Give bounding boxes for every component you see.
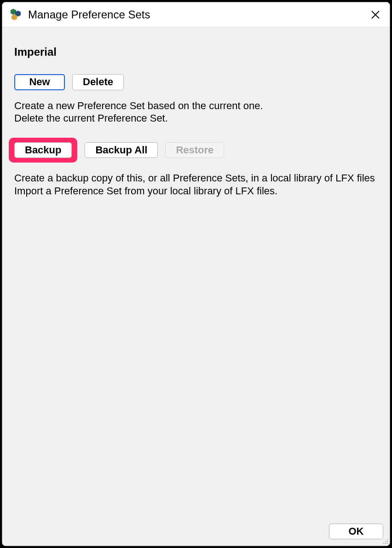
svg-point-7: [387, 541, 388, 542]
delete-button[interactable]: Delete: [72, 74, 124, 90]
resize-grip[interactable]: [381, 537, 389, 545]
new-delete-row: New Delete: [14, 74, 390, 90]
dialog-window: Manage Preference Sets Imperial New Dele…: [2, 2, 390, 546]
ok-button[interactable]: OK: [329, 524, 383, 539]
svg-point-8: [383, 543, 384, 544]
dialog-content: Imperial New Delete Create a new Prefere…: [2, 27, 390, 546]
backup-all-button[interactable]: Backup All: [85, 142, 158, 158]
close-icon: [371, 10, 380, 19]
svg-point-5: [387, 539, 388, 540]
close-button[interactable]: [365, 4, 386, 25]
restore-button: Restore: [165, 142, 224, 158]
preference-set-name: Imperial: [14, 46, 390, 58]
new-button[interactable]: New: [14, 74, 65, 90]
desc-text: Import a Preference Set from your local …: [14, 185, 277, 197]
app-icon: [9, 8, 23, 22]
title-bar: Manage Preference Sets: [2, 2, 390, 27]
svg-point-9: [385, 543, 386, 544]
desc-text: Create a backup copy of this, or all Pre…: [14, 172, 375, 184]
new-delete-description: Create a new Preference Set based on the…: [14, 99, 390, 125]
resize-grip-icon: [381, 537, 389, 545]
window-title: Manage Preference Sets: [28, 8, 365, 21]
desc-text: Create a new Preference Set based on the…: [14, 100, 263, 111]
backup-restore-description: Create a backup copy of this, or all Pre…: [14, 172, 390, 197]
backup-restore-row: Backup Backup All Restore: [14, 138, 390, 163]
backup-highlight: Backup: [9, 138, 77, 163]
desc-text: Delete the current Preference Set.: [14, 112, 168, 124]
dialog-footer: OK: [329, 524, 383, 539]
svg-point-10: [387, 543, 388, 544]
svg-point-6: [385, 541, 386, 542]
backup-button[interactable]: Backup: [14, 142, 72, 158]
